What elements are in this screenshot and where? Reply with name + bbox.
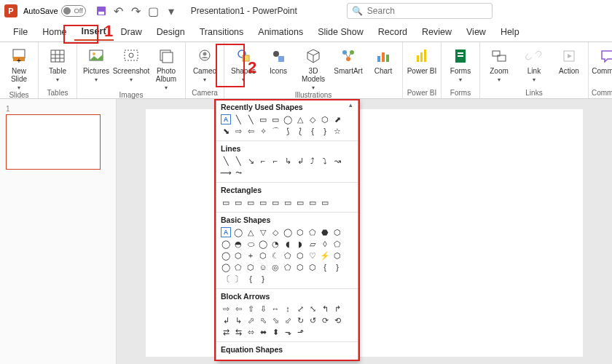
cameo-button[interactable]: Cameo▾ (189, 44, 221, 83)
shape-item[interactable]: ⬎ (283, 327, 293, 337)
tab-home[interactable]: Home (35, 24, 74, 40)
table-button[interactable]: Table▾ (42, 44, 74, 83)
shape-item[interactable]: ⬁ (258, 315, 268, 325)
redo-icon[interactable]: ↷ (131, 6, 141, 16)
shape-item[interactable]: ⌐ (258, 156, 268, 166)
shape-item[interactable]: ↘ (246, 156, 256, 166)
shape-item[interactable]: } (320, 126, 330, 136)
shape-item[interactable]: ◇ (270, 227, 280, 237)
shape-item[interactable]: ⇩ (258, 304, 268, 314)
shape-item[interactable]: ⬡ (295, 250, 305, 261)
shape-item[interactable]: ▭ (307, 197, 318, 207)
screenshot-button[interactable]: Screenshot▾ (115, 44, 147, 83)
shape-item[interactable]: △ (295, 114, 305, 124)
tab-record[interactable]: Record (371, 24, 415, 40)
shape-item[interactable]: ▭ (295, 197, 305, 207)
shape-item[interactable]: ↕ (283, 304, 293, 314)
search-input[interactable]: 🔍 Search (347, 3, 493, 19)
shape-item[interactable]: ↻ (295, 315, 305, 325)
photo-album-button[interactable]: Photo Album▾ (150, 44, 182, 91)
shape-item[interactable]: ◯ (221, 239, 231, 249)
new-slide-button[interactable]: +New Slide▾ (3, 44, 35, 91)
shape-item[interactable]: ⬭ (246, 239, 256, 249)
shape-item[interactable]: ⬠ (233, 262, 243, 272)
shape-item[interactable]: { (246, 274, 256, 284)
action-button[interactable]: Action (553, 44, 585, 75)
shape-item[interactable]: ⤡ (307, 304, 318, 314)
shape-item[interactable]: ⇄ (221, 327, 231, 337)
tab-slide-show[interactable]: Slide Show (310, 24, 371, 40)
shape-item[interactable]: 〕 (233, 274, 243, 284)
shape-item[interactable]: ✧ (258, 126, 268, 136)
shape-item[interactable]: ⇨ (233, 126, 243, 136)
shape-item[interactable]: ⬣ (320, 227, 330, 237)
shape-item[interactable]: ▭ (283, 197, 293, 207)
shape-item[interactable]: ↝ (332, 156, 342, 166)
shape-item[interactable]: ⬠ (283, 262, 293, 272)
shape-item[interactable]: + (246, 250, 256, 261)
shape-item[interactable]: ↲ (221, 315, 231, 325)
shape-item[interactable]: 〔 (221, 274, 231, 284)
shape-item[interactable]: ◯ (258, 239, 268, 249)
shape-item[interactable]: ╲ (246, 114, 256, 124)
tab-design[interactable]: Design (149, 24, 192, 40)
shape-item[interactable]: ╲ (221, 156, 231, 166)
shape-item[interactable]: ☺ (258, 262, 268, 272)
3d-models-button[interactable]: 3D Models▾ (297, 44, 329, 91)
shape-item[interactable]: ⌐ (270, 156, 280, 166)
tab-animations[interactable]: Animations (251, 24, 310, 40)
shape-item[interactable]: ▭ (246, 197, 256, 207)
shape-item[interactable]: ⬄ (246, 327, 256, 337)
shape-item[interactable]: ▽ (258, 227, 268, 237)
customize-qat-icon[interactable]: ▾ (166, 6, 176, 16)
shape-item[interactable]: ⇦ (246, 126, 256, 136)
shape-item[interactable]: ⟿ (221, 167, 231, 178)
shape-item[interactable]: ◎ (270, 262, 280, 272)
shape-item[interactable]: ⤴ (307, 156, 318, 166)
shape-item[interactable]: ▱ (307, 239, 318, 249)
shape-item[interactable]: ⬍ (270, 327, 280, 337)
scroll-up-icon[interactable]: ▴ (349, 101, 356, 108)
pictures-button[interactable]: Pictures▾ (80, 44, 112, 83)
shape-item[interactable]: ⤢ (295, 304, 305, 314)
shape-item[interactable]: ⇨ (221, 304, 231, 314)
shape-item[interactable]: ▭ (258, 114, 268, 124)
shape-item[interactable]: ⬊ (221, 126, 231, 136)
shape-item[interactable]: ◯ (221, 250, 231, 261)
shape-item[interactable]: ⬡ (246, 262, 256, 272)
shape-item[interactable]: ▭ (270, 197, 280, 207)
shape-item[interactable]: ♡ (307, 250, 318, 261)
slide[interactable] (146, 109, 583, 357)
shape-item[interactable]: ╲ (233, 114, 243, 124)
shape-item[interactable]: ▭ (320, 197, 330, 207)
shape-item[interactable]: ⬡ (258, 250, 268, 261)
shape-item[interactable]: ⟅ (295, 126, 305, 136)
tab-review[interactable]: Review (415, 24, 459, 40)
tab-file[interactable]: File (6, 24, 35, 40)
shape-item[interactable]: ⬡ (233, 250, 243, 261)
shape-item[interactable]: ⟳ (320, 315, 330, 325)
shape-item[interactable]: ⬠ (332, 239, 342, 249)
shape-item[interactable]: ◊ (320, 239, 330, 249)
shape-item[interactable]: △ (246, 227, 256, 237)
shape-item[interactable]: ☆ (332, 126, 342, 136)
shape-item[interactable]: ⤳ (233, 167, 243, 178)
shape-item[interactable]: ◇ (307, 114, 318, 124)
shape-item[interactable]: ⌒ (270, 126, 280, 136)
autosave-toggle[interactable]: AutoSave Off (23, 5, 86, 17)
shape-item[interactable]: ⬏ (295, 327, 305, 337)
shape-item[interactable]: ◯ (283, 114, 293, 124)
shape-item[interactable]: ⬡ (307, 262, 318, 272)
shape-item[interactable]: ↔ (270, 304, 280, 314)
shape-item[interactable]: A (221, 227, 231, 237)
forms-button[interactable]: Forms▾ (444, 44, 476, 83)
shape-item[interactable]: ▭ (270, 114, 280, 124)
toggle-switch[interactable]: Off (61, 5, 86, 17)
shape-item[interactable]: ◯ (233, 227, 243, 237)
slide-thumbnail-1[interactable] (6, 114, 101, 170)
shape-item[interactable]: ↺ (307, 315, 318, 325)
shape-item[interactable]: } (258, 274, 268, 284)
shapes-dropdown[interactable]: ▴ Recently Used ShapesA╲╲▭▭◯△◇⬡⬈⬊⇨⇦✧⌒⟆⟅{… (216, 99, 358, 361)
shape-item[interactable]: ↳ (283, 156, 293, 166)
tab-draw[interactable]: Draw (114, 24, 149, 40)
